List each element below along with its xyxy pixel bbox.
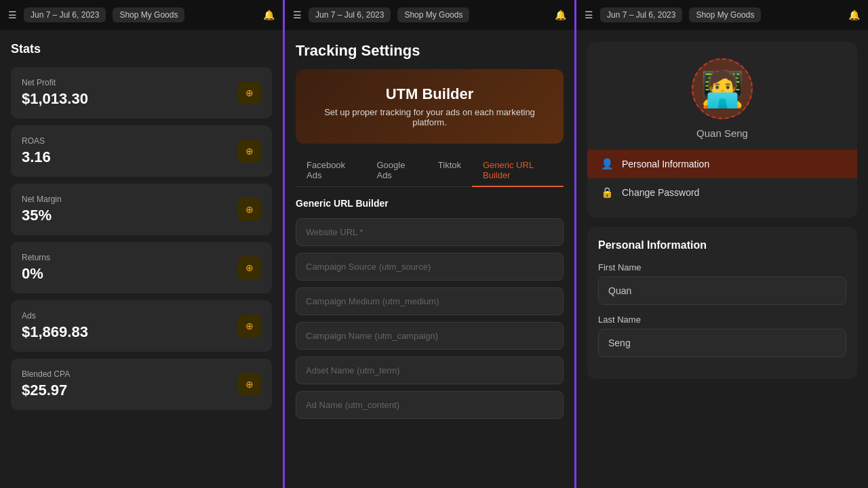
last-name-label: Last Name bbox=[598, 314, 846, 325]
stat-card-net-profit: Net Profit $1,013.30 ⊕ bbox=[11, 67, 272, 119]
stat-value-4: $1,869.83 bbox=[22, 323, 88, 341]
center-panel: ☰ Jun 7 – Jul 6, 2023 Shop My Goods 🔔 Tr… bbox=[285, 0, 576, 488]
stat-label-2: Net Margin bbox=[22, 195, 62, 204]
tab-google-ads[interactable]: Google Ads bbox=[366, 155, 427, 187]
right-panel: ☰ Jun 7 – Jul 6, 2023 Shop My Goods 🔔 🧑‍… bbox=[576, 0, 868, 488]
stat-label-5: Blended CPA bbox=[22, 369, 70, 379]
shop-name-left[interactable]: Shop My Goods bbox=[113, 7, 184, 22]
stat-card-roas: ROAS 3.16 ⊕ bbox=[11, 125, 272, 177]
personal-info-section: Personal Information First Name Last Nam… bbox=[587, 227, 857, 379]
profile-content: 🧑‍💻 Quan Seng 👤 Personal Information 🔒 C… bbox=[576, 30, 868, 488]
url-section-title: Generic URL Builder bbox=[296, 198, 564, 209]
date-range-left: Jun 7 – Jul 6, 2023 bbox=[24, 7, 106, 22]
stat-label-4: Ads bbox=[22, 311, 88, 321]
stat-card-returns: Returns 0% ⊕ bbox=[11, 242, 272, 293]
stat-card-blended-cpa: Blended CPA $25.97 ⊕ bbox=[11, 359, 272, 410]
utm-builder-card: UTM Builder Set up proper tracking for y… bbox=[296, 69, 564, 144]
adset-name-input[interactable] bbox=[296, 357, 564, 384]
stat-value-1: 3.16 bbox=[22, 148, 51, 166]
stats-title: Stats bbox=[11, 42, 272, 56]
stat-label-0: Net Profit bbox=[22, 78, 88, 87]
tab-generic-url[interactable]: Generic URL Builder bbox=[472, 155, 564, 187]
topbar-left: ☰ Jun 7 – Jul 6, 2023 Shop My Goods 🔔 bbox=[0, 0, 283, 30]
menu-icon-center[interactable]: ☰ bbox=[293, 9, 302, 20]
avatar-emoji: 🧑‍💻 bbox=[701, 71, 745, 106]
tracking-title: Tracking Settings bbox=[296, 42, 564, 60]
topbar-right: ☰ Jun 7 – Jul 6, 2023 Shop My Goods 🔔 bbox=[576, 0, 868, 30]
tab-facebook-ads[interactable]: Facebook Ads bbox=[296, 155, 366, 187]
bell-icon-center[interactable]: 🔔 bbox=[555, 9, 566, 20]
stat-icon-3[interactable]: ⊕ bbox=[238, 256, 261, 279]
stat-card-net-margin: Net Margin 35% ⊕ bbox=[11, 184, 272, 235]
avatar-container: 🧑‍💻 bbox=[587, 42, 857, 127]
bell-icon-right[interactable]: 🔔 bbox=[848, 9, 860, 20]
campaign-name-input[interactable] bbox=[296, 322, 564, 350]
last-name-input[interactable] bbox=[598, 329, 846, 357]
first-name-label: First Name bbox=[598, 262, 846, 272]
shop-name-center[interactable]: Shop My Goods bbox=[397, 7, 469, 22]
first-name-input[interactable] bbox=[598, 277, 846, 305]
ad-name-input[interactable] bbox=[296, 391, 564, 419]
utm-card-desc: Set up proper tracking for your ads on e… bbox=[309, 107, 550, 127]
stat-value-0: $1,013.30 bbox=[22, 90, 88, 108]
stat-icon-1[interactable]: ⊕ bbox=[238, 140, 261, 163]
tab-tiktok[interactable]: Tiktok bbox=[427, 155, 472, 187]
campaign-medium-input[interactable] bbox=[296, 287, 564, 315]
user-name: Quan Seng bbox=[587, 127, 857, 139]
stats-content: Stats Net Profit $1,013.30 ⊕ ROAS 3.16 ⊕… bbox=[0, 30, 283, 488]
utm-card-title: UTM Builder bbox=[309, 85, 550, 103]
stat-icon-0[interactable]: ⊕ bbox=[238, 81, 261, 104]
avatar: 🧑‍💻 bbox=[692, 58, 753, 119]
left-panel: ☰ Jun 7 – Jul 6, 2023 Shop My Goods 🔔 St… bbox=[0, 0, 285, 488]
website-url-input[interactable] bbox=[296, 218, 564, 246]
menu-icon-right[interactable]: ☰ bbox=[585, 9, 593, 20]
profile-card: 🧑‍💻 Quan Seng 👤 Personal Information 🔒 C… bbox=[587, 42, 857, 218]
stat-icon-5[interactable]: ⊕ bbox=[238, 373, 261, 396]
shop-name-right[interactable]: Shop My Goods bbox=[689, 7, 761, 22]
topbar-center: ☰ Jun 7 – Jul 6, 2023 Shop My Goods 🔔 bbox=[285, 0, 574, 30]
stat-value-5: $25.97 bbox=[22, 382, 70, 399]
stat-label-1: ROAS bbox=[22, 136, 51, 146]
tracking-content: Tracking Settings UTM Builder Set up pro… bbox=[285, 30, 574, 488]
date-range-right: Jun 7 – Jul 6, 2023 bbox=[600, 7, 682, 22]
campaign-source-input[interactable] bbox=[296, 253, 564, 281]
stat-value-2: 35% bbox=[22, 207, 62, 224]
menu-item-personal-info[interactable]: 👤 Personal Information bbox=[587, 150, 857, 178]
utm-tabs: Facebook Ads Google Ads Tiktok Generic U… bbox=[296, 155, 564, 187]
menu-item-change-password[interactable]: 🔒 Change Password bbox=[587, 178, 857, 207]
stat-label-3: Returns bbox=[22, 253, 50, 262]
personal-info-title: Personal Information bbox=[598, 239, 846, 251]
bell-icon-left[interactable]: 🔔 bbox=[263, 9, 275, 20]
stat-card-ads: Ads $1,869.83 ⊕ bbox=[11, 300, 272, 352]
stat-icon-4[interactable]: ⊕ bbox=[238, 314, 261, 338]
change-password-icon: 🔒 bbox=[601, 186, 614, 199]
stat-icon-2[interactable]: ⊕ bbox=[238, 198, 261, 221]
personal-info-icon: 👤 bbox=[601, 158, 614, 170]
menu-item-personal-info-label: Personal Information bbox=[622, 159, 709, 169]
date-range-center: Jun 7 – Jul 6, 2023 bbox=[309, 7, 391, 22]
menu-item-change-password-label: Change Password bbox=[622, 187, 699, 198]
menu-icon-left[interactable]: ☰ bbox=[8, 9, 17, 20]
stat-value-3: 0% bbox=[22, 265, 50, 283]
